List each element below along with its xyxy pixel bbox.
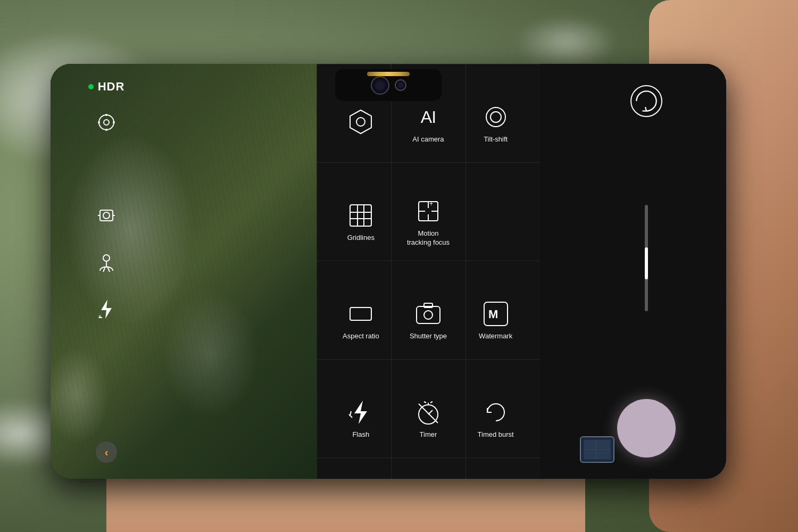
svg-point-5 [113,121,115,123]
timed-burst-icon [482,398,510,426]
zoom-slider[interactable] [645,205,648,311]
shutter-type-label: Shutter type [410,332,447,341]
flash-auto-icon[interactable]: A [95,297,118,321]
svg-line-38 [350,411,351,415]
svg-text:+: + [429,200,433,207]
flash-item[interactable]: Flash [327,370,395,468]
svg-rect-32 [417,306,440,323]
timed-burst-item[interactable]: Timed burst [462,370,529,468]
camera-scan-icon[interactable] [95,204,118,227]
svg-point-3 [105,129,107,131]
svg-point-1 [104,120,109,125]
timer-icon [414,398,442,426]
gridlines-label: Gridlines [347,234,375,243]
flash-icon [347,398,375,426]
shutter-type-icon [414,300,442,328]
svg-point-19 [491,112,501,122]
shutter-type-item[interactable]: Shutter type [395,271,462,370]
last-photo-thumbnail[interactable] [580,436,614,463]
svg-point-2 [105,114,107,116]
hexagon-icon [347,108,375,136]
settings-ring-icon[interactable] [95,111,118,134]
hdr-indicator: HDR [88,80,125,94]
svg-point-7 [103,212,110,219]
left-sidebar: HDR [51,64,162,479]
watermark-label: Watermark [479,332,512,341]
aspect-ratio-item[interactable]: Aspect ratio [327,271,395,370]
tilt-shift-icon [482,103,510,131]
svg-point-17 [356,118,365,126]
empty-slot [462,173,529,271]
tilt-shift-label: Tilt-shift [484,135,508,144]
svg-line-42 [430,402,433,403]
hdr-label: HDR [98,80,125,94]
svg-marker-16 [350,110,371,134]
camera-module [335,69,442,101]
gold-accent [367,72,410,76]
svg-point-10 [103,255,110,261]
right-controls [593,64,700,479]
watermark-item[interactable]: M Watermark [462,271,529,370]
svg-line-44 [419,404,438,423]
camera-lens-secondary [395,79,406,91]
aspect-ratio-icon [347,300,375,328]
timer-item[interactable]: Timer [395,370,462,468]
svg-line-41 [424,402,426,403]
motion-tracking-icon: + [414,197,442,225]
camera-settings-overlay: AI AI camera Tilt-shift [317,64,540,479]
gridlines-icon [347,202,375,229]
gridlines-item[interactable]: Gridlines [327,173,395,271]
camera-lens-main [371,76,389,95]
motion-tracking-item[interactable]: + Motiontracking focus [395,173,462,271]
flash-label: Flash [352,430,369,439]
shutter-button[interactable] [617,399,676,458]
tilt-shift-item[interactable]: Tilt-shift [462,74,529,173]
motion-tracking-label: Motiontracking focus [407,229,450,247]
svg-point-33 [424,311,433,319]
svg-text:M: M [488,307,498,321]
timed-burst-label: Timed burst [478,430,514,439]
timer-label: Timer [420,430,437,439]
svg-point-0 [99,115,114,130]
watermark-icon: M [482,300,510,328]
person-icon[interactable] [95,251,118,274]
ai-camera-icon: AI [414,103,442,131]
svg-text:A: A [98,314,102,319]
ai-camera-label: AI camera [412,135,444,144]
svg-rect-31 [350,307,371,320]
arrow-collapse-button[interactable]: ‹ [96,442,117,463]
svg-rect-20 [350,205,371,226]
aspect-ratio-label: Aspect ratio [343,332,379,341]
phone-body: HDR [51,64,726,479]
svg-point-18 [486,107,505,127]
zoom-thumb [645,247,648,279]
svg-point-4 [98,121,100,123]
flip-camera-button[interactable] [630,85,662,117]
hdr-dot [88,84,94,89]
